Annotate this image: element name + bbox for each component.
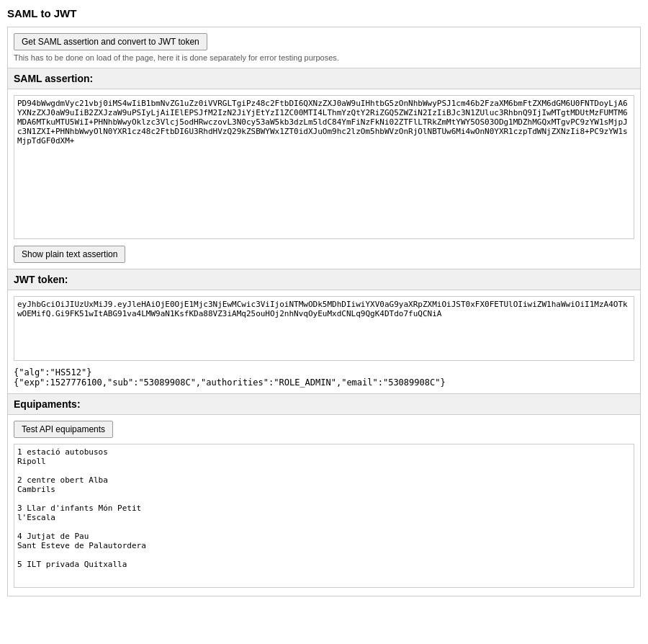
equipaments-section-header: Equipaments: [8, 394, 640, 415]
get-saml-button[interactable]: Get SAML assertion and convert to JWT to… [14, 33, 207, 50]
saml-section-body: Show plain text assertion [8, 89, 640, 269]
jwt-decoded-line1: {"alg":"HS512"} [14, 367, 634, 377]
jwt-section: JWT token: {"alg":"HS512"} {"exp":152777… [7, 269, 641, 394]
jwt-section-body: {"alg":"HS512"} {"exp":1527776100,"sub":… [8, 290, 640, 393]
jwt-decoded-block: {"alg":"HS512"} {"exp":1527776100,"sub":… [14, 367, 634, 388]
jwt-decoded-line2: {"exp":1527776100,"sub":"53089908C","aut… [14, 377, 634, 388]
saml-textarea[interactable] [14, 95, 634, 239]
equipaments-section: Equipaments: Test API equipaments [7, 394, 641, 596]
test-api-equipaments-button[interactable]: Test API equipaments [14, 421, 113, 438]
jwt-section-header: JWT token: [8, 269, 640, 290]
page-title: SAML to JWT [7, 7, 641, 19]
equipaments-section-body: Test API equipaments [8, 415, 640, 596]
show-plain-text-button[interactable]: Show plain text assertion [14, 246, 125, 263]
top-section: Get SAML assertion and convert to JWT to… [7, 27, 641, 68]
saml-section-header: SAML assertion: [8, 68, 640, 89]
top-section-subtitle: This has to be done on load of the page,… [14, 53, 634, 62]
jwt-textarea[interactable] [14, 296, 634, 361]
saml-section: SAML assertion: Show plain text assertio… [7, 68, 641, 269]
equipaments-textarea[interactable] [14, 444, 634, 588]
